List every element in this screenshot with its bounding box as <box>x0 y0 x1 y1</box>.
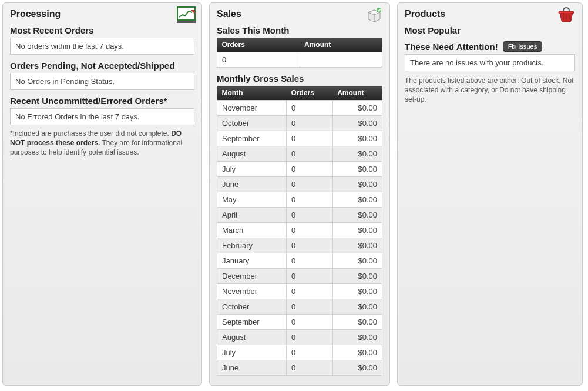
fix-issues-button[interactable]: Fix Issues <box>503 41 543 52</box>
table-row: July0$0.00 <box>217 162 382 177</box>
th-orders: Orders <box>217 38 300 52</box>
cell-month: June <box>217 177 287 192</box>
cell-orders: 0 <box>287 131 333 146</box>
table-row: September0$0.00 <box>217 315 382 330</box>
cell-orders: 0 <box>287 269 333 284</box>
cell-amount: $0.00 <box>332 162 382 177</box>
pending-orders-message: No Orders in Pending Status. <box>10 73 194 90</box>
table-row: March0$0.00 <box>217 223 382 238</box>
attention-heading: These Need Attention! <box>405 42 498 52</box>
th-amount: Amount <box>332 86 382 101</box>
cell-amount: $0.00 <box>332 284 382 299</box>
cell-amount <box>300 52 382 68</box>
cell-amount: $0.00 <box>332 208 382 223</box>
cell-amount: $0.00 <box>332 315 382 330</box>
sales-this-month-heading: Sales This Month <box>217 25 382 35</box>
table-row: November0$0.00 <box>217 101 382 116</box>
cell-amount: $0.00 <box>332 345 382 360</box>
cell-month: January <box>217 253 287 269</box>
cell-month: September <box>217 131 287 146</box>
cell-orders: 0 <box>287 284 333 299</box>
chart-growth-icon <box>177 6 196 23</box>
cell-month: July <box>217 345 287 360</box>
cell-orders: 0 <box>287 101 333 116</box>
svg-rect-3 <box>177 21 196 23</box>
cell-amount: $0.00 <box>332 238 382 253</box>
cell-amount: $0.00 <box>332 131 382 146</box>
monthly-gross-heading: Monthly Gross Sales <box>217 73 382 83</box>
sales-panel: Sales Sales This Month Orders Amount 0 M… <box>209 2 390 386</box>
cell-amount: $0.00 <box>332 269 382 284</box>
shopping-basket-icon <box>556 6 576 23</box>
cell-amount: $0.00 <box>332 360 382 376</box>
cell-orders: 0 <box>287 162 333 177</box>
cell-orders: 0 <box>287 315 333 330</box>
table-row: October0$0.00 <box>217 116 382 131</box>
table-row: 0 <box>217 52 382 68</box>
cell-month: November <box>217 284 287 299</box>
table-row: May0$0.00 <box>217 192 382 208</box>
th-orders: Orders <box>287 86 333 101</box>
cell-month: August <box>217 146 287 162</box>
errored-orders-note: *Included are purchases the user did not… <box>10 129 194 158</box>
cell-amount: $0.00 <box>332 330 382 345</box>
errored-orders-heading: Recent Uncommitted/Errored Orders* <box>10 96 194 106</box>
cell-orders: 0 <box>287 146 333 162</box>
recent-orders-message: No orders within the last 7 days. <box>10 38 194 55</box>
sales-this-month-table: Orders Amount 0 <box>217 38 382 68</box>
table-row: February0$0.00 <box>217 238 382 253</box>
table-row: April0$0.00 <box>217 208 382 223</box>
cell-month: December <box>217 269 287 284</box>
cell-month: May <box>217 192 287 208</box>
cell-orders: 0 <box>287 192 333 208</box>
table-row: August0$0.00 <box>217 330 382 345</box>
svg-rect-8 <box>559 11 574 14</box>
cell-orders: 0 <box>287 253 333 269</box>
processing-panel: Processing Most Recent Orders No orders … <box>2 2 202 386</box>
cell-orders: 0 <box>287 223 333 238</box>
cell-amount: $0.00 <box>332 253 382 269</box>
cell-month: April <box>217 208 287 223</box>
products-title: Products <box>405 9 575 19</box>
cell-orders: 0 <box>287 238 333 253</box>
cell-orders: 0 <box>287 330 333 345</box>
cell-month: July <box>217 162 287 177</box>
most-popular-heading: Most Popular <box>405 25 575 35</box>
cell-orders: 0 <box>287 345 333 360</box>
cell-amount: $0.00 <box>332 101 382 116</box>
cell-amount: $0.00 <box>332 146 382 162</box>
table-row: September0$0.00 <box>217 131 382 146</box>
cell-amount: $0.00 <box>332 299 382 315</box>
processing-title: Processing <box>10 9 194 19</box>
cell-amount: $0.00 <box>332 223 382 238</box>
cell-month: November <box>217 101 287 116</box>
cell-orders: 0 <box>287 299 333 315</box>
cell-orders: 0 <box>287 177 333 192</box>
errored-orders-message: No Errored Orders in the last 7 days. <box>10 108 194 125</box>
cell-amount: $0.00 <box>332 192 382 208</box>
note-text-1: *Included are purchases the user did not… <box>10 129 171 138</box>
cell-month: June <box>217 360 287 376</box>
sales-title: Sales <box>217 9 382 19</box>
cell-month: October <box>217 116 287 131</box>
cell-month: February <box>217 238 287 253</box>
products-panel: Products Most Popular These Need Attenti… <box>397 2 583 386</box>
cell-month: October <box>217 299 287 315</box>
table-row: July0$0.00 <box>217 345 382 360</box>
cell-month: September <box>217 315 287 330</box>
cell-amount: $0.00 <box>332 116 382 131</box>
cell-month: March <box>217 223 287 238</box>
box-sales-icon <box>365 6 384 23</box>
cell-orders: 0 <box>217 52 300 68</box>
th-month: Month <box>217 86 287 101</box>
cell-amount: $0.00 <box>332 177 382 192</box>
table-row: June0$0.00 <box>217 360 382 376</box>
cell-orders: 0 <box>287 116 333 131</box>
th-amount: Amount <box>300 38 382 52</box>
cell-month: August <box>217 330 287 345</box>
pending-orders-heading: Orders Pending, Not Accepted/Shipped <box>10 61 194 71</box>
table-row: October0$0.00 <box>217 299 382 315</box>
table-row: June0$0.00 <box>217 177 382 192</box>
table-row: January0$0.00 <box>217 253 382 269</box>
no-issues-message: There are no issues with your products. <box>405 54 575 71</box>
